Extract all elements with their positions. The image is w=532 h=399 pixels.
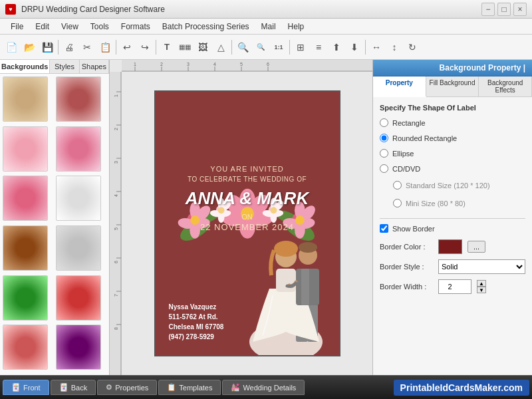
bg-thumb-9[interactable] (3, 275, 48, 321)
undo-button[interactable]: ↩ (118, 39, 136, 56)
card-subtitle-text: TO CELEBRATE THE WEDDING OF (162, 176, 332, 183)
menu-view[interactable]: View (56, 21, 84, 33)
grid-button[interactable]: ⊞ (292, 39, 309, 56)
print-button[interactable]: 🖨 (61, 39, 78, 56)
toolbar-separator-2 (116, 40, 116, 55)
svg-rect-77 (276, 269, 296, 292)
tab-back[interactable]: 🃏 Back (51, 380, 96, 395)
tab-shapes[interactable]: Shapes (80, 60, 109, 73)
svg-text:1: 1 (134, 62, 136, 66)
toolbar-separator-1 (58, 40, 59, 55)
maximize-button[interactable]: □ (497, 3, 511, 16)
border-color-picker-button[interactable]: ... (467, 241, 485, 253)
close-button[interactable]: × (513, 3, 527, 16)
menu-formats[interactable]: Formats (116, 21, 156, 33)
show-border-label[interactable]: Show Border (392, 225, 435, 233)
toolbar-separator-4 (231, 40, 232, 55)
border-width-input[interactable] (438, 279, 471, 294)
menu-tools[interactable]: Tools (85, 21, 114, 33)
window-controls[interactable]: − □ × (481, 3, 527, 16)
bg-thumb-6[interactable] (56, 176, 101, 221)
zoom-out-button[interactable]: 🔍 (252, 39, 269, 56)
zoom-in-button[interactable]: 🔍 (234, 39, 251, 56)
svg-rect-79 (301, 269, 309, 305)
tab-backgrounds[interactable]: Backgrounds (0, 60, 50, 73)
border-color-swatch[interactable] (438, 239, 462, 254)
border-style-select[interactable]: Solid Dashed Dotted (438, 259, 525, 274)
align-button[interactable]: ≡ (310, 39, 327, 56)
standard-size-label[interactable]: Standard Size (120 * 120) (406, 182, 490, 190)
save-button[interactable]: 💾 (39, 39, 56, 56)
new-button[interactable]: 📄 (3, 39, 20, 56)
shape-button[interactable]: △ (212, 39, 229, 56)
copy-button[interactable]: 📋 (96, 39, 114, 56)
bg-thumb-10[interactable] (56, 275, 101, 321)
prop-divider-1 (380, 218, 525, 219)
bg-thumb-8[interactable] (56, 225, 101, 271)
svg-text:7: 7 (114, 294, 118, 297)
bg-thumb-5[interactable] (3, 176, 48, 221)
menu-file[interactable]: File (5, 21, 29, 33)
flip-h-button[interactable]: ↔ (368, 39, 385, 56)
front-label: Front (23, 384, 41, 392)
image-button[interactable]: 🖼 (194, 39, 211, 56)
tab-fill-background[interactable]: Fill Background (426, 76, 479, 96)
bg-thumb-12[interactable] (56, 325, 101, 370)
menu-mail[interactable]: Mail (256, 21, 281, 33)
shape-section-label: Specify The Shape Of Label (380, 104, 525, 112)
shape-radio-group: Rectangle Rounded Rectangle Ellipse CD/D… (380, 117, 525, 174)
menu-help[interactable]: Help (283, 21, 310, 33)
standard-size-radio[interactable] (393, 181, 402, 190)
shape-rectangle-radio[interactable] (380, 118, 388, 127)
text-button[interactable]: T (158, 39, 176, 56)
open-button[interactable]: 📂 (21, 39, 38, 56)
bg-thumb-4[interactable] (56, 126, 101, 172)
canvas-area[interactable]: 1 2 3 4 5 6 1 (110, 60, 372, 375)
tab-wedding-details[interactable]: 💒 Wedding Details (222, 380, 305, 395)
tab-property[interactable]: Property (373, 76, 426, 97)
shape-ellipse-label[interactable]: Ellipse (392, 150, 414, 158)
show-border-checkbox[interactable] (380, 224, 388, 233)
tab-styles[interactable]: Styles (50, 60, 79, 73)
tab-properties[interactable]: ⚙ Properties (97, 380, 157, 395)
redo-button[interactable]: ↪ (136, 39, 154, 56)
forward-button[interactable]: ⬆ (328, 39, 345, 56)
wedding-card[interactable]: YOU ARE INVITED TO CELEBRATE THE WEDDING… (154, 90, 340, 356)
shape-cddvd-radio[interactable] (380, 164, 388, 173)
bg-thumb-3[interactable] (3, 126, 48, 172)
rotate-button[interactable]: ↻ (404, 39, 421, 56)
border-width-spinner: ▲ ▼ (477, 280, 486, 293)
ruler-left: 1 2 3 4 5 6 7 8 (110, 72, 122, 375)
bg-property-header: Background Property | (373, 60, 532, 76)
bg-thumb-7[interactable] (3, 225, 48, 271)
border-width-up[interactable]: ▲ (477, 280, 486, 287)
barcode-button[interactable]: ▦▦ (176, 39, 194, 56)
mini-size-radio[interactable] (393, 199, 402, 207)
flip-v-button[interactable]: ↕ (386, 39, 403, 56)
shape-rounded-radio[interactable] (380, 134, 388, 142)
shape-rounded-label[interactable]: Rounded Rectangle (392, 134, 457, 142)
cut-button[interactable]: ✂ (78, 39, 96, 56)
tab-templates[interactable]: 📋 Templates (158, 380, 221, 395)
bg-thumb-2[interactable] (56, 76, 101, 122)
tab-front[interactable]: 🃏 Front (3, 380, 49, 395)
minimize-button[interactable]: − (481, 3, 495, 16)
zoom-100-button[interactable]: 1:1 (270, 39, 287, 56)
card-contact: Nyssa Vazquez 511-5762 At Rd. Chelsea MI… (169, 302, 224, 342)
bg-thumb-11[interactable] (3, 325, 48, 370)
menu-edit[interactable]: Edit (30, 21, 55, 33)
tab-background-effects[interactable]: Background Effects (479, 76, 532, 96)
left-panel-tabs: Backgrounds Styles Shapes (0, 60, 109, 74)
back-button[interactable]: ⬇ (346, 39, 363, 56)
menu-batch[interactable]: Batch Processing Series (157, 21, 255, 33)
border-style-row: Border Style : Solid Dashed Dotted (380, 259, 525, 274)
shape-ellipse-radio[interactable] (380, 149, 388, 158)
border-width-down[interactable]: ▼ (477, 287, 486, 293)
shape-cddvd-label[interactable]: CD/DVD (392, 165, 420, 173)
svg-point-82 (274, 241, 298, 257)
shape-rectangle-label[interactable]: Rectangle (392, 119, 426, 127)
bg-thumb-1[interactable] (3, 76, 48, 122)
show-border-row: Show Border (380, 224, 525, 233)
mini-size-label[interactable]: Mini Size (80 * 80) (406, 200, 466, 207)
standard-size-item: Standard Size (120 * 120) (393, 180, 525, 191)
